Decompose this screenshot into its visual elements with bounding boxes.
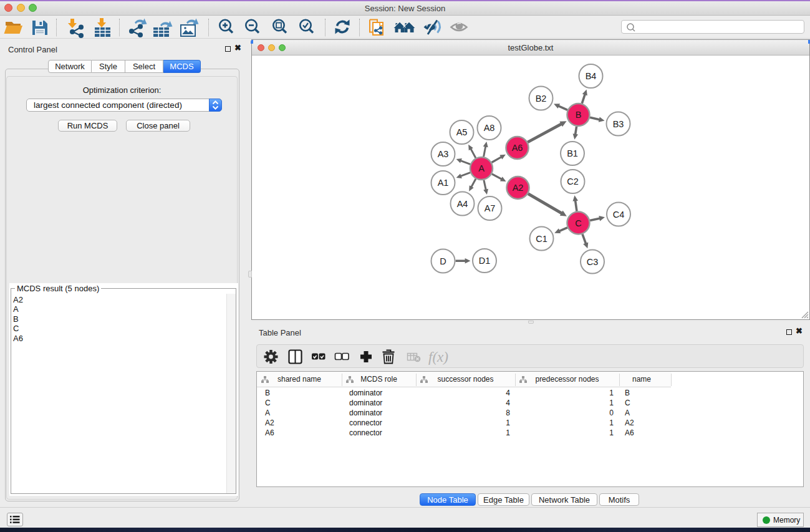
svg-text:A5: A5: [456, 127, 467, 137]
svg-text:A1: A1: [437, 178, 448, 188]
svg-text:B: B: [575, 110, 581, 120]
svg-text:D: D: [440, 256, 446, 266]
svg-text:B2: B2: [535, 93, 546, 103]
svg-text:A: A: [478, 163, 485, 173]
svg-text:A8: A8: [483, 123, 494, 133]
svg-text:A7: A7: [484, 203, 495, 213]
svg-text:B4: B4: [585, 71, 596, 81]
svg-text:f(x): f(x): [428, 349, 448, 365]
svg-text:A6: A6: [511, 143, 523, 153]
svg-text:A3: A3: [437, 149, 448, 159]
svg-text:C4: C4: [612, 209, 624, 219]
svg-text:C1: C1: [536, 233, 547, 243]
svg-text:B1: B1: [567, 148, 578, 158]
svg-text:D1: D1: [478, 256, 490, 266]
svg-text:C2: C2: [567, 177, 579, 186]
svg-text:A4: A4: [456, 198, 468, 208]
svg-text:C: C: [575, 218, 581, 228]
svg-text:A2: A2: [512, 183, 523, 193]
svg-text:B3: B3: [612, 118, 624, 128]
svg-text:C3: C3: [586, 256, 598, 266]
